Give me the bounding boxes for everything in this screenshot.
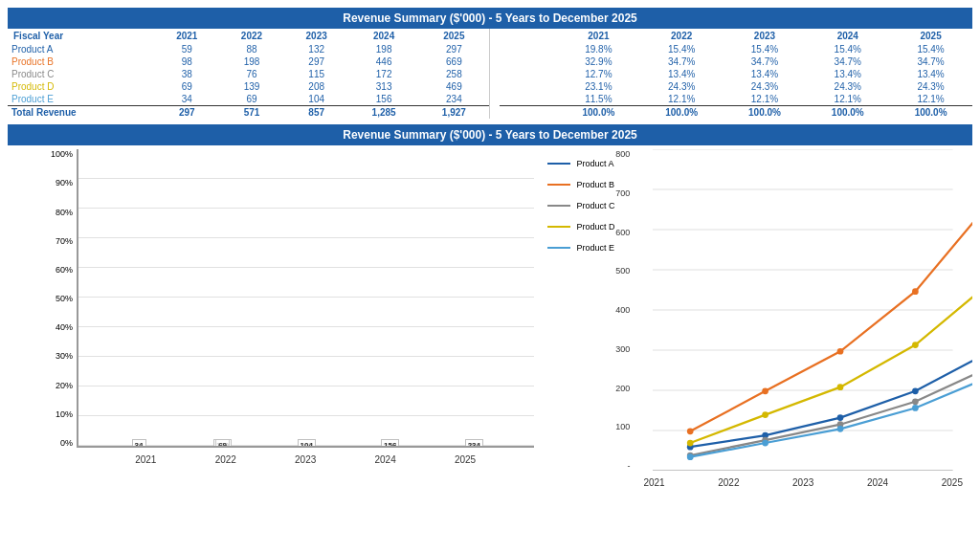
main-container: Revenue Summary ($'000) - 5 Years to Dec…	[0, 0, 980, 501]
product-label: Product C	[8, 68, 154, 80]
line-dot-D	[687, 440, 694, 447]
legend-label: Product D	[576, 222, 614, 232]
year-2024-header: 2024	[349, 29, 419, 43]
bar-value-label: 69	[215, 439, 230, 448]
left-table: Fiscal Year 2021 2022 2023 2024 2025 Pro…	[8, 29, 490, 119]
line-y-label: 100	[615, 422, 630, 431]
line-dot-A	[912, 387, 919, 394]
pct-cell: 12.1%	[889, 93, 972, 106]
total-pct-row: 100.0%100.0%100.0%100.0%100.0%	[500, 106, 972, 120]
line-y-label: 400	[615, 305, 630, 315]
line-series-E	[691, 377, 972, 457]
line-y-label: 800	[615, 149, 630, 159]
bar-value-label: 234	[465, 439, 483, 448]
y-label: 0%	[42, 438, 73, 448]
line-dot-A	[837, 414, 844, 421]
pct-cell: 12.7%	[557, 68, 640, 80]
table-row: 32.9%34.7%34.7%34.7%34.7%	[500, 55, 972, 68]
bottom-section: Revenue Summary ($'000) - 5 Years to Dec…	[8, 124, 972, 494]
table-cell: 172	[349, 68, 419, 80]
table-row: Product D69139208313469	[8, 80, 489, 93]
bar-x-label: 2025	[455, 454, 476, 465]
pct-cell: 34.7%	[640, 55, 724, 68]
legend-label: Product A	[576, 159, 613, 168]
pct-cell: 34.7%	[724, 55, 807, 68]
table-cell: 88	[219, 43, 284, 55]
y-label: 100%	[42, 149, 73, 159]
y-label: 60%	[42, 265, 73, 275]
legend-item: Product E	[547, 243, 614, 253]
bar-value-label: 104	[298, 439, 316, 448]
total-label: Total Revenue	[8, 106, 154, 120]
bar-x-label: 2021	[135, 454, 156, 465]
pct-year-2021: 2021	[557, 29, 640, 43]
line-dot-B	[687, 428, 694, 434]
y-label: 10%	[42, 409, 73, 419]
table-cell: 34	[154, 93, 219, 106]
legend-item: Product B	[547, 180, 614, 189]
year-2022-header: 2022	[219, 29, 284, 43]
line-series-B	[691, 202, 972, 431]
legend-item: Product D	[547, 222, 614, 232]
line-dot-B	[837, 348, 844, 355]
table-row: 11.5%12.1%12.1%12.1%12.1%	[500, 93, 972, 106]
legend-line-indicator	[547, 226, 570, 228]
line-dot-E	[763, 440, 769, 447]
pct-cell: 24.3%	[640, 80, 724, 93]
line-series-A	[691, 351, 972, 447]
product-label: Product A	[8, 43, 154, 55]
line-y-label: 500	[615, 266, 630, 276]
bottom-title: Revenue Summary ($'000) - 5 Years to Dec…	[8, 124, 972, 145]
pct-cell: 24.3%	[724, 80, 807, 93]
line-x-label: 2025	[942, 477, 963, 488]
total-cell: 297	[154, 106, 219, 120]
table-row: 12.7%13.4%13.4%13.4%13.4%	[500, 68, 972, 80]
total-cell: 857	[284, 106, 349, 120]
table-cell: 446	[349, 55, 419, 68]
total-pct-cell: 100.0%	[724, 106, 807, 120]
line-x-label: 2023	[792, 477, 813, 488]
table-cell: 115	[284, 68, 349, 80]
table-cell: 76	[219, 68, 284, 80]
table-row: Product A5988132198297	[8, 43, 489, 55]
pct-cell: 12.1%	[806, 93, 889, 106]
legend-line-indicator	[547, 205, 570, 207]
line-chart-svg-element	[634, 149, 972, 471]
table-cell: 208	[284, 80, 349, 93]
pct-cell: 24.3%	[889, 80, 972, 93]
table-cell: 313	[349, 80, 419, 93]
line-dot-D	[912, 342, 919, 348]
bar-chart-area: 0%10%20%30%40%50%60%70%80%90%100%5998386…	[8, 149, 538, 494]
pct-cell: 34.7%	[806, 55, 889, 68]
total-pct-cell: 100.0%	[889, 106, 972, 120]
pct-cell: 12.1%	[640, 93, 724, 106]
y-label: 50%	[42, 294, 73, 303]
pct-cell: 23.1%	[557, 80, 640, 93]
total-cell: 1,285	[349, 106, 419, 120]
table-cell: 297	[284, 55, 349, 68]
bar-x-label: 2023	[295, 454, 316, 465]
legend-label: Product C	[576, 201, 614, 210]
line-dot-D	[763, 411, 769, 418]
table-row: Product B98198297446669	[8, 55, 489, 68]
line-dot-B	[763, 387, 769, 394]
line-y-label: 200	[615, 384, 630, 393]
table-row: Product C3876115172258	[8, 68, 489, 80]
line-x-label: 2022	[718, 477, 739, 488]
legend-label: Product E	[576, 243, 614, 253]
line-dot-B	[912, 288, 919, 295]
pct-cell: 15.4%	[806, 43, 889, 55]
table-cell: 156	[349, 93, 419, 106]
year-2025-header: 2025	[419, 29, 489, 43]
pct-cell: 32.9%	[557, 55, 640, 68]
product-label: Product B	[8, 55, 154, 68]
bar-x-label: 2024	[375, 454, 396, 465]
pct-cell: 11.5%	[557, 93, 640, 106]
legend-line-indicator	[547, 184, 570, 186]
table-cell: 198	[219, 55, 284, 68]
bar-x-label: 2022	[215, 454, 236, 465]
legend-label: Product B	[576, 180, 614, 189]
pct-year-2024: 2024	[806, 29, 889, 43]
pct-cell: 13.4%	[640, 68, 724, 80]
pct-cell: 13.4%	[806, 68, 889, 80]
